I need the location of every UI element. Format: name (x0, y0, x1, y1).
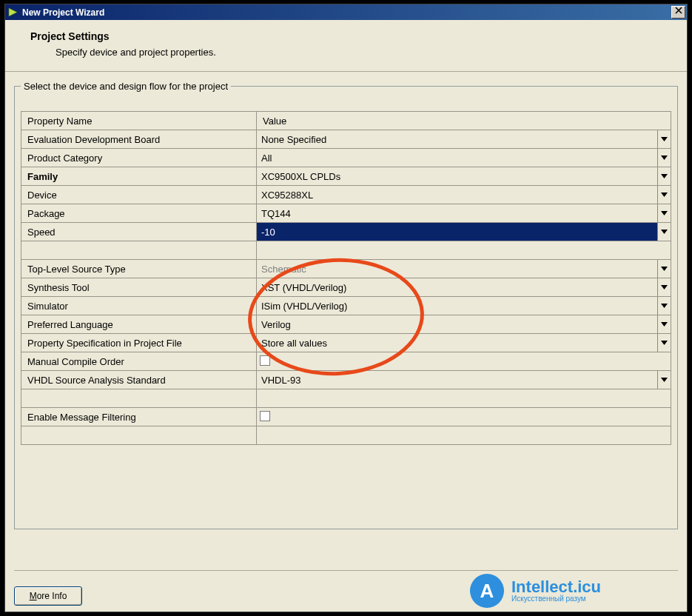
property-label: VHDL Source Analysis Standard (21, 371, 257, 389)
property-value[interactable]: XC9500XL CPLDs (257, 167, 671, 186)
app-icon (7, 7, 19, 18)
property-label: Product Category (21, 149, 257, 167)
table-row: Product CategoryAll (21, 149, 671, 167)
page-subtitle: Specify device and project properties. (56, 47, 687, 58)
property-value[interactable]: TQ144 (257, 204, 671, 223)
dropdown-text[interactable]: XC95288XL (257, 186, 657, 204)
chevron-down-icon[interactable] (657, 149, 671, 167)
property-label: Property Specification in Project File (21, 334, 257, 352)
property-label: Synthesis Tool (21, 278, 257, 297)
chevron-down-icon[interactable] (657, 278, 671, 296)
dropdown-text[interactable]: Store all values (257, 334, 657, 352)
wizard-header: Project Settings Specify device and proj… (5, 20, 687, 72)
dropdown-text[interactable]: All (257, 149, 657, 167)
chevron-down-icon[interactable] (657, 260, 671, 278)
table-row: Top-Level Source TypeSchematic (21, 260, 671, 278)
property-value[interactable]: Verilog (257, 315, 671, 334)
more-info-button[interactable]: More Info (14, 586, 82, 606)
svg-marker-7 (661, 211, 668, 215)
property-value[interactable]: All (257, 149, 671, 167)
chevron-down-icon[interactable] (657, 297, 671, 315)
checkbox[interactable] (260, 355, 270, 366)
spacer-row (21, 241, 671, 260)
table-row: Property Specification in Project FileSt… (21, 334, 671, 352)
svg-marker-6 (661, 192, 668, 197)
chevron-down-icon[interactable] (657, 204, 671, 222)
table-row: Preferred LanguageVerilog (21, 315, 671, 334)
property-value[interactable] (257, 352, 671, 371)
chevron-down-icon[interactable] (657, 167, 671, 185)
property-label: Enable Message Filtering (21, 408, 257, 426)
dropdown-text[interactable]: Schematic (257, 260, 657, 278)
property-label: Device (21, 186, 257, 204)
dropdown-text[interactable]: ISim (VHDL/Verilog) (257, 297, 657, 315)
titlebar: New Project Wizard (5, 4, 687, 20)
svg-marker-10 (661, 285, 668, 289)
dropdown-text[interactable]: Verilog (257, 315, 657, 333)
dropdown-text[interactable]: VHDL-93 (257, 371, 657, 389)
svg-marker-13 (661, 341, 668, 345)
table-row: SimulatorISim (VHDL/Verilog) (21, 297, 671, 315)
table-row: Enable Message Filtering (21, 408, 671, 426)
table-row: Evaluation Development BoardNone Specifi… (21, 130, 671, 149)
svg-marker-4 (661, 155, 668, 160)
dropdown-text[interactable]: TQ144 (257, 204, 657, 222)
property-table: Property Name Value Evaluation Developme… (21, 111, 671, 445)
spacer-row (21, 389, 671, 408)
table-row: Speed-10 (21, 223, 671, 241)
table-row: DeviceXC95288XL (21, 186, 671, 204)
wizard-window: New Project Wizard Project Settings Spec… (4, 4, 688, 612)
wizard-footer: More Info (14, 570, 678, 606)
page-title: Project Settings (30, 30, 687, 42)
table-row: VHDL Source Analysis StandardVHDL-93 (21, 371, 671, 389)
svg-marker-9 (661, 267, 668, 271)
svg-marker-0 (9, 8, 17, 16)
property-label: Package (21, 204, 257, 223)
wizard-body: Select the device and design flow for th… (5, 72, 687, 612)
chevron-down-icon[interactable] (657, 371, 671, 389)
chevron-down-icon[interactable] (657, 223, 671, 241)
table-row: FamilyXC9500XL CPLDs (21, 167, 671, 186)
property-label: Top-Level Source Type (21, 260, 257, 278)
spacer-row (21, 426, 671, 445)
checkbox[interactable] (260, 411, 270, 421)
property-label: Family (21, 167, 257, 186)
svg-marker-12 (661, 322, 668, 327)
property-label: Manual Compile Order (21, 352, 257, 371)
window-title: New Project Wizard (22, 7, 671, 18)
svg-marker-3 (661, 137, 668, 141)
table-row: Manual Compile Order (21, 352, 671, 371)
chevron-down-icon[interactable] (657, 130, 671, 148)
property-value[interactable]: VHDL-93 (257, 371, 671, 389)
property-label: Evaluation Development Board (21, 130, 257, 149)
groupbox-legend: Select the device and design flow for th… (21, 81, 231, 92)
dropdown-text[interactable]: XST (VHDL/Verilog) (257, 278, 657, 296)
property-label: Simulator (21, 297, 257, 315)
col-property-name: Property Name (21, 112, 257, 130)
device-groupbox: Select the device and design flow for th… (14, 81, 678, 529)
svg-marker-14 (661, 378, 668, 382)
property-value[interactable]: Store all values (257, 334, 671, 352)
property-label: Speed (21, 223, 257, 241)
property-value[interactable]: ISim (VHDL/Verilog) (257, 297, 671, 315)
svg-marker-8 (661, 230, 668, 234)
property-label: Preferred Language (21, 315, 257, 334)
property-value[interactable]: XC95288XL (257, 186, 671, 204)
property-value[interactable]: None Specified (257, 130, 671, 149)
dropdown-text[interactable]: None Specified (257, 130, 657, 148)
col-value: Value (257, 112, 671, 130)
property-value[interactable]: -10 (257, 223, 671, 241)
table-row: Synthesis ToolXST (VHDL/Verilog) (21, 278, 671, 297)
dropdown-text[interactable]: -10 (257, 223, 657, 241)
svg-marker-5 (661, 174, 668, 178)
property-value[interactable]: Schematic (257, 260, 671, 278)
close-button[interactable] (671, 6, 685, 19)
property-value[interactable] (257, 408, 671, 426)
table-header-row: Property Name Value (21, 112, 671, 130)
table-row: PackageTQ144 (21, 204, 671, 223)
chevron-down-icon[interactable] (657, 334, 671, 352)
property-value[interactable]: XST (VHDL/Verilog) (257, 278, 671, 297)
chevron-down-icon[interactable] (657, 315, 671, 333)
dropdown-text[interactable]: XC9500XL CPLDs (257, 167, 657, 185)
chevron-down-icon[interactable] (657, 186, 671, 204)
